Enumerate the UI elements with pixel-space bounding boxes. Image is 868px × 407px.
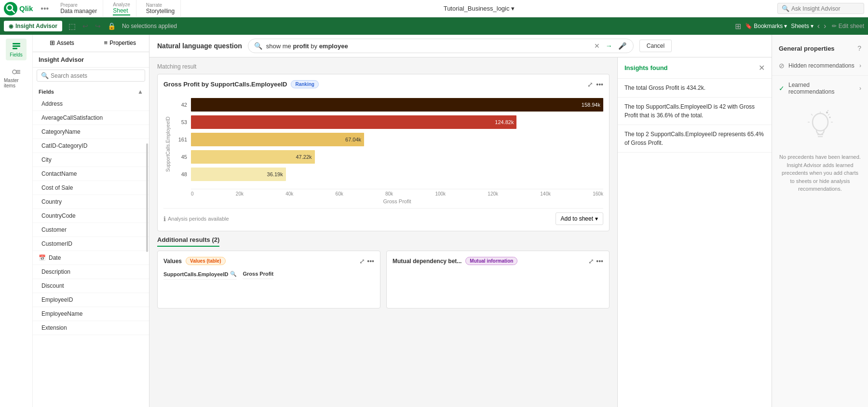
svg-point-18: [826, 112, 828, 113]
insights-close-btn[interactable]: ✕: [759, 63, 765, 72]
insights-panel: Insights found ✕ The total Gross Profit …: [617, 57, 772, 407]
field-item-catid[interactable]: CatID-CategoryID: [33, 139, 149, 153]
field-item-avgcall[interactable]: AverageCallSatisfaction: [33, 111, 149, 125]
values-card-actions: ⤢ •••: [359, 257, 374, 265]
fields-icon: [12, 42, 21, 51]
bar-161: 67.04k: [191, 133, 364, 146]
field-item-customerid[interactable]: CustomerID: [33, 237, 149, 251]
right-panel-help-icon[interactable]: ?: [857, 44, 861, 52]
analysis-periods-icon: ℹ: [163, 215, 166, 223]
bar-value-53: 124.82k: [495, 119, 514, 125]
field-item-date[interactable]: 📅 Date: [33, 251, 149, 265]
prepare-section[interactable]: Prepare Data manager: [54, 0, 103, 17]
values-more-btn[interactable]: •••: [367, 257, 374, 265]
field-item-categoryname[interactable]: CategoryName: [33, 125, 149, 139]
field-item-city[interactable]: City: [33, 153, 149, 167]
field-item-extension[interactable]: Extension: [33, 321, 149, 335]
field-item-cost-of-sale[interactable]: Cost of Sale: [33, 181, 149, 195]
assets-tab[interactable]: ⊞ Assets: [33, 35, 91, 52]
bar-chart-area: SupportCalls.EmployeeID 42 158.94k: [163, 94, 603, 204]
additional-results-label: Additional results (2): [157, 236, 219, 247]
master-items-nav-item[interactable]: Master items: [0, 64, 32, 91]
search-assets-input[interactable]: [51, 72, 141, 79]
field-item-description[interactable]: Description: [33, 265, 149, 279]
add-to-sheet-label: Add to sheet: [561, 215, 593, 222]
nav-back-icon[interactable]: ‹: [817, 22, 820, 30]
assets-tab-icon: ⊞: [50, 39, 55, 46]
nav-forward-icon[interactable]: ›: [824, 22, 826, 30]
insights-panel-header: Insights found ✕: [618, 57, 772, 79]
employeeid-field-label: EmployeeID: [41, 296, 73, 303]
field-item-employeename[interactable]: EmployeeName: [33, 307, 149, 321]
edit-sheet-btn[interactable]: ✏ Edit sheet: [832, 23, 864, 29]
values-expand-btn[interactable]: ⤢: [359, 257, 365, 265]
date-field-icon: 📅: [39, 254, 46, 261]
main-search-bar[interactable]: 🔍 show me profit by employee ✕ → 🎤: [248, 39, 634, 53]
values-col2-header: Gross Profit: [243, 269, 273, 279]
undo-btn[interactable]: ↩: [80, 21, 91, 31]
voice-search-btn[interactable]: 🎤: [617, 41, 627, 51]
sheets-btn[interactable]: Sheets ▾: [791, 23, 813, 29]
select-tool-btn[interactable]: ⬚: [66, 20, 78, 32]
prepare-sub: Prepare: [60, 2, 97, 8]
fields-scrollbar-track[interactable]: [146, 97, 148, 407]
qlik-logo-area: Qlik: [4, 2, 33, 15]
mutual-expand-btn[interactable]: ⤢: [588, 257, 594, 265]
svg-rect-3: [13, 43, 20, 44]
catid-field-label: CatID-CategoryID: [41, 142, 87, 149]
cancel-btn[interactable]: Cancel: [639, 40, 672, 52]
fields-nav-item[interactable]: Fields: [6, 39, 27, 60]
left-icon-panel: Fields Master items: [0, 35, 33, 407]
field-item-country[interactable]: Country: [33, 195, 149, 209]
redo-btn[interactable]: ↪: [93, 21, 103, 31]
bookmarks-btn[interactable]: 🔖 Bookmarks ▾: [745, 23, 787, 29]
hidden-recommendations-section[interactable]: ⊘ Hidden recommendations ›: [772, 58, 868, 73]
top-bar: Qlik ••• Prepare Data manager Analyze Sh…: [0, 0, 868, 17]
more-menu-icon[interactable]: •••: [41, 4, 49, 13]
insight-advisor-btn[interactable]: ◉ Insight Advisor: [4, 21, 62, 31]
field-item-employeeid[interactable]: EmployeeID: [33, 293, 149, 307]
values-col1-icon: 🔍: [230, 271, 237, 277]
app-name-area: Tutorial_Business_logic ▾: [185, 5, 773, 12]
field-item-discount[interactable]: Discount: [33, 279, 149, 293]
bar-container-48: 36.19k: [191, 168, 603, 181]
field-item-countrycode[interactable]: CountryCode: [33, 209, 149, 223]
field-item-contactname[interactable]: ContactName: [33, 167, 149, 181]
add-to-sheet-btn[interactable]: Add to sheet ▾: [556, 212, 603, 225]
values-card-header: Values Values (table) ⤢ •••: [163, 257, 374, 265]
extension-field-label: Extension: [41, 324, 67, 331]
x-tick-160k: 160k: [593, 191, 603, 196]
narrate-section[interactable]: Narrate Storytelling: [140, 0, 181, 17]
fields-collapse-icon[interactable]: ▲: [137, 88, 143, 95]
insight-item-0: The total Gross Profit is 434.2k.: [618, 79, 772, 98]
grid-icon[interactable]: ⊞: [735, 22, 741, 31]
bar-value-48: 36.19k: [267, 171, 283, 177]
values-card-body: SupportCalls.EmployeeID 🔍 Gross Profit: [163, 269, 374, 280]
no-selections-label: No selections applied: [122, 23, 177, 29]
field-item-customer[interactable]: Customer: [33, 223, 149, 237]
app-name[interactable]: Tutorial_Business_logic ▾: [444, 5, 515, 12]
svg-rect-4: [13, 45, 20, 47]
learned-recommendations-section[interactable]: ✓ Learned recommendations ›: [772, 78, 868, 99]
analysis-periods-label: Analysis periods available: [168, 216, 229, 222]
expand-chart-btn[interactable]: ⤢: [587, 81, 593, 88]
hidden-recommendations-expand-icon: ›: [859, 62, 861, 69]
ask-insight-input[interactable]: 🔍: [777, 3, 864, 14]
properties-tab[interactable]: ≡ Properties: [91, 35, 149, 52]
x-tick-100k: 100k: [435, 191, 446, 196]
values-col1: SupportCalls.EmployeeID 🔍: [163, 269, 237, 280]
submit-search-btn[interactable]: →: [605, 41, 613, 51]
ask-insight-text[interactable]: [791, 5, 860, 12]
analyze-section[interactable]: Analyze Sheet: [107, 0, 136, 17]
lock-btn[interactable]: 🔒: [105, 21, 118, 31]
search-assets-box[interactable]: 🔍: [37, 70, 145, 82]
bar-row-48: 48 36.19k: [173, 168, 603, 181]
clear-search-btn[interactable]: ✕: [593, 41, 601, 51]
field-item-address[interactable]: Address: [33, 97, 149, 111]
svg-line-15: [828, 114, 829, 115]
insights-found-title: Insights found: [624, 64, 668, 71]
chart-more-btn[interactable]: •••: [596, 81, 603, 88]
chart-actions: ⤢ •••: [587, 81, 603, 88]
mutual-more-btn[interactable]: •••: [596, 257, 603, 265]
avgcall-field-label: AverageCallSatisfaction: [41, 114, 103, 121]
